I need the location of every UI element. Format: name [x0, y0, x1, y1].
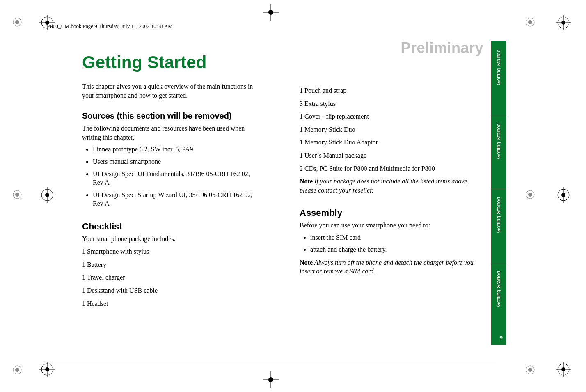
svg-point-19: [561, 21, 565, 25]
checklist-intro: Your smartphone package includes:: [82, 234, 259, 243]
tab-divider: [491, 263, 506, 263]
crop-mark-icon: [11, 364, 23, 376]
svg-point-11: [528, 368, 532, 372]
checklist-item: 1 Deskstand with USB cable: [82, 286, 259, 295]
svg-point-38: [268, 10, 273, 15]
right-column: 1 Pouch and strap 3 Extra stylus 1 Cover…: [300, 82, 476, 280]
tab-label: Getting Started: [495, 123, 501, 159]
list-item: attach and charge the battery.: [310, 245, 476, 254]
checklist-item: 1 Pouch and strap: [300, 86, 476, 95]
registration-target-icon: [556, 15, 571, 30]
svg-point-1: [15, 20, 19, 24]
assembly-intro: Before you can use your smartphone you n…: [300, 221, 476, 230]
svg-point-7: [528, 193, 532, 197]
crop-mark-icon: [524, 189, 536, 200]
tab-label: Getting Started: [495, 197, 501, 233]
checklist-item: 1 Smartphone with stylus: [82, 247, 259, 256]
svg-point-31: [45, 367, 49, 371]
checklist-item: 1 Travel charger: [82, 273, 259, 282]
checklist-item: 1 Battery: [82, 260, 259, 269]
section-tab: Getting Started Getting Started Getting …: [491, 41, 506, 345]
sources-list: Linnea prototype 6.2, SW incr. 5, PA9 Us…: [82, 145, 259, 208]
svg-point-9: [15, 368, 19, 372]
checklist-item: 1 User´s Manual package: [300, 151, 476, 160]
list-item: insert the SIM card: [310, 233, 476, 242]
svg-point-5: [15, 193, 19, 197]
svg-point-23: [45, 193, 49, 197]
center-crosshair-icon: [263, 371, 279, 388]
registration-target-icon: [556, 187, 571, 203]
svg-point-27: [561, 193, 565, 197]
note-label: Note: [300, 178, 313, 185]
sources-intro: The following documents and resources ha…: [82, 124, 259, 142]
intro-paragraph: This chapter gives you a quick overview …: [82, 82, 259, 100]
checklist-item: 1 Memory Stick Duo: [300, 125, 476, 134]
note-label: Note: [300, 259, 313, 266]
registration-target-icon: [39, 187, 55, 203]
left-column: This chapter gives you a quick overview …: [82, 82, 259, 312]
list-item: Users manual smartphone: [93, 157, 259, 166]
tab-label: Getting Started: [495, 271, 501, 307]
assembly-heading: Assembly: [300, 207, 476, 219]
tab-label: Getting Started: [495, 49, 501, 85]
list-item: Linnea prototype 6.2, SW incr. 5, PA9: [93, 145, 259, 154]
crop-mark-icon: [524, 364, 536, 376]
checklist-item: 1 Memory Stick Duo Adaptor: [300, 138, 476, 147]
crop-mark-icon: [524, 16, 536, 28]
assembly-list: insert the SIM card attach and charge th…: [300, 233, 476, 254]
note-paragraph: Note Always turn off the phone and detac…: [300, 258, 476, 276]
note-text: Always turn off the phone and detach the…: [300, 259, 474, 275]
crop-mark-icon: [11, 189, 23, 200]
chapter-title: Getting Started: [82, 53, 206, 72]
checklist-item: 1 Cover - flip replacement: [300, 112, 476, 121]
note-text: If your package does not include all the…: [300, 178, 469, 194]
svg-point-3: [528, 20, 532, 24]
tab-divider: [491, 115, 506, 115]
checklist-item: 1 Headset: [82, 299, 259, 308]
checklist-heading: Checklist: [82, 220, 259, 233]
footer-rule: [44, 363, 496, 363]
watermark-text: Preliminary: [401, 39, 483, 57]
sources-heading: Sources (this section will be removed): [82, 110, 259, 121]
list-item: UI Design Spec, Startup Wizard UI, 35/19…: [93, 190, 259, 208]
tab-divider: [491, 189, 506, 189]
checklist-item: 2 CDs, PC Suite for P800 and Multimedia …: [300, 164, 476, 173]
svg-point-41: [268, 377, 273, 382]
registration-target-icon: [556, 362, 571, 377]
checklist-item: 3 Extra stylus: [300, 99, 476, 108]
center-crosshair-icon: [263, 4, 279, 21]
note-paragraph: Note If your package does not include al…: [300, 177, 476, 195]
svg-point-35: [561, 367, 565, 371]
registration-target-icon: [39, 362, 55, 377]
header-rule: [44, 29, 496, 29]
crop-mark-icon: [11, 16, 23, 28]
list-item: UI Design Spec, UI Fundamentals, 31/196 …: [93, 170, 259, 187]
page-number: 9: [500, 335, 503, 341]
